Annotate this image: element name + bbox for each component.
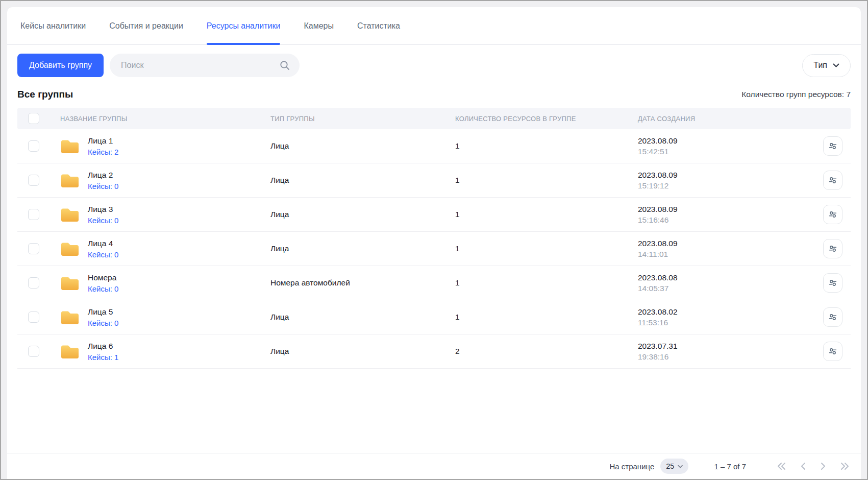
table-row: Лица 4 Кейсы: 0 Лица 1 2023.08.09 14:11:… — [17, 232, 851, 266]
group-type: Лица — [270, 176, 455, 185]
group-resource-count: 1 — [455, 278, 638, 287]
row-checkbox[interactable] — [28, 346, 39, 357]
created-time: 11:53:16 — [638, 318, 817, 327]
groups-table: НАЗВАНИЕ ГРУППЫ ТИП ГРУППЫ КОЛИЧЕСТВО РЕ… — [7, 108, 861, 369]
group-resource-count: 1 — [455, 313, 638, 322]
search-input[interactable] — [121, 61, 279, 70]
last-page-button[interactable] — [840, 462, 850, 470]
group-cases-link[interactable]: Кейсы: 2 — [88, 148, 118, 156]
row-checkbox[interactable] — [28, 175, 39, 186]
column-header-count: КОЛИЧЕСТВО РЕСУРСОВ В ГРУППЕ — [455, 115, 638, 123]
table-row: Лица 6 Кейсы: 1 Лица 2 2023.07.31 19:38:… — [17, 334, 851, 369]
per-page-select[interactable]: 25 — [660, 459, 688, 474]
resource-groups-count: Количество групп ресурсов: 7 — [741, 90, 851, 99]
pager-controls — [777, 462, 850, 470]
group-type: Лица — [270, 244, 455, 253]
group-type: Лица — [270, 141, 455, 151]
search-field[interactable] — [110, 54, 300, 77]
tab-bar: Кейсы аналитики События и реакции Ресурс… — [7, 7, 861, 45]
created-time: 14:11:01 — [638, 250, 817, 259]
group-resource-count: 2 — [455, 347, 638, 356]
created-time: 14:05:37 — [638, 284, 817, 293]
created-date: 2023.07.31 — [638, 342, 817, 351]
row-settings-button[interactable] — [823, 342, 842, 361]
table-row: Лица 2 Кейсы: 0 Лица 1 2023.08.09 15:19:… — [17, 163, 851, 198]
double-chevron-right-icon — [840, 462, 850, 470]
per-page-label: На странице — [609, 462, 654, 471]
created-date: 2023.08.09 — [638, 171, 817, 180]
created-date: 2023.08.02 — [638, 307, 817, 317]
created-date: 2023.08.08 — [638, 273, 817, 282]
created-time: 19:38:16 — [638, 352, 817, 362]
row-checkbox[interactable] — [28, 209, 39, 220]
row-settings-button[interactable] — [823, 273, 842, 293]
group-name: Лица 2 — [88, 171, 118, 180]
first-page-button[interactable] — [777, 462, 786, 470]
folder-icon — [60, 309, 79, 325]
group-type: Лица — [270, 313, 455, 322]
empty-space — [7, 369, 861, 453]
page-range-label: 1 – 7 of 7 — [714, 462, 746, 471]
select-all-checkbox[interactable] — [28, 113, 39, 124]
table-row: Номера Кейсы: 0 Номера автомобилей 1 202… — [17, 266, 851, 300]
sliders-icon — [827, 140, 838, 152]
sliders-icon — [827, 243, 838, 254]
previous-page-button[interactable] — [800, 462, 806, 470]
group-cases-link[interactable]: Кейсы: 0 — [88, 216, 118, 225]
group-cases-link[interactable]: Кейсы: 1 — [88, 353, 118, 362]
tab-events-reactions[interactable]: События и реакции — [109, 7, 183, 44]
created-date: 2023.08.09 — [638, 205, 817, 214]
sliders-icon — [827, 175, 838, 186]
page-title: Все группы — [17, 89, 73, 100]
row-settings-button[interactable] — [823, 205, 842, 224]
group-cases-link[interactable]: Кейсы: 0 — [88, 182, 118, 190]
row-settings-button[interactable] — [823, 307, 842, 327]
group-type: Лица — [270, 210, 455, 219]
sliders-icon — [827, 277, 838, 289]
section-header: Все группы Количество групп ресурсов: 7 — [7, 77, 861, 108]
folder-icon — [60, 241, 79, 257]
chevron-down-icon — [833, 63, 839, 68]
row-checkbox[interactable] — [28, 277, 39, 289]
group-resource-count: 1 — [455, 244, 638, 253]
double-chevron-left-icon — [777, 462, 786, 470]
next-page-button[interactable] — [820, 462, 826, 470]
folder-icon — [60, 275, 79, 291]
sliders-icon — [827, 311, 838, 323]
created-date: 2023.08.09 — [638, 136, 817, 146]
group-name: Лица 3 — [88, 205, 118, 214]
tab-cameras[interactable]: Камеры — [304, 7, 334, 44]
table-row: Лица 5 Кейсы: 0 Лица 1 2023.08.02 11:53:… — [17, 300, 851, 334]
group-cases-link[interactable]: Кейсы: 0 — [88, 250, 118, 259]
created-date: 2023.08.09 — [638, 239, 817, 248]
chevron-left-icon — [800, 462, 806, 470]
tab-statistics[interactable]: Статистика — [357, 7, 400, 44]
group-cases-link[interactable]: Кейсы: 0 — [88, 319, 118, 327]
type-filter-dropdown[interactable]: Тип — [802, 54, 851, 77]
app-window: Кейсы аналитики События и реакции Ресурс… — [0, 0, 868, 480]
chevron-down-icon — [678, 465, 683, 468]
sliders-icon — [827, 346, 838, 357]
column-header-name: НАЗВАНИЕ ГРУППЫ — [50, 115, 270, 123]
toolbar: Добавить группу Тип — [7, 45, 861, 77]
table-header-row: НАЗВАНИЕ ГРУППЫ ТИП ГРУППЫ КОЛИЧЕСТВО РЕ… — [17, 108, 851, 129]
row-settings-button[interactable] — [823, 171, 842, 190]
group-cases-link[interactable]: Кейсы: 0 — [88, 284, 118, 293]
row-checkbox[interactable] — [28, 311, 39, 323]
tab-analytics-resources[interactable]: Ресурсы аналитики — [207, 7, 281, 44]
column-header-created: ДАТА СОЗДАНИЯ — [638, 115, 817, 123]
tab-analytics-cases[interactable]: Кейсы аналитики — [20, 7, 86, 44]
row-settings-button[interactable] — [823, 136, 842, 156]
created-time: 15:42:51 — [638, 147, 817, 156]
group-resource-count: 1 — [455, 210, 638, 219]
search-icon — [279, 60, 290, 71]
folder-icon — [60, 207, 79, 223]
group-name: Лица 5 — [88, 307, 118, 317]
row-checkbox[interactable] — [28, 243, 39, 254]
created-time: 15:19:12 — [638, 181, 817, 190]
row-settings-button[interactable] — [823, 239, 842, 258]
add-group-button[interactable]: Добавить группу — [17, 54, 104, 77]
created-time: 15:16:46 — [638, 215, 817, 225]
row-checkbox[interactable] — [28, 140, 39, 152]
pagination-bar: На странице 25 1 – 7 of 7 — [7, 453, 861, 479]
